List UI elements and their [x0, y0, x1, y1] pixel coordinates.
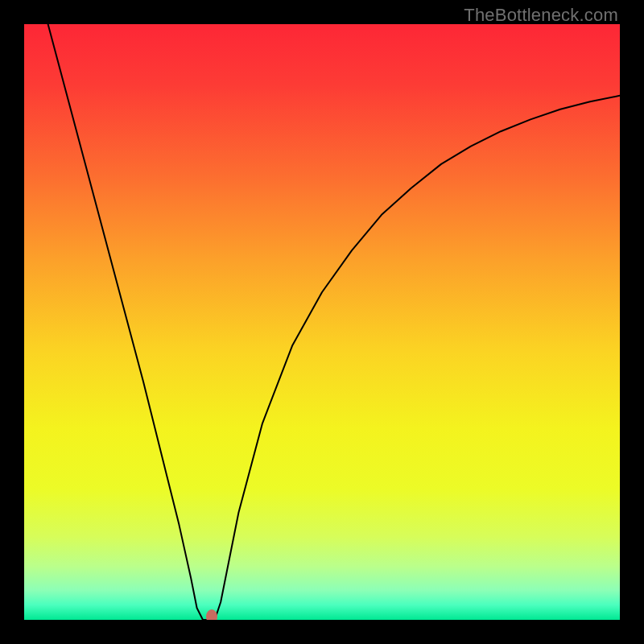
watermark-text: TheBottleneck.com	[464, 5, 618, 26]
bottleneck-curve	[24, 24, 620, 620]
minimum-marker-icon	[206, 609, 217, 620]
chart-frame: TheBottleneck.com	[0, 0, 644, 644]
plot-area	[24, 24, 620, 620]
